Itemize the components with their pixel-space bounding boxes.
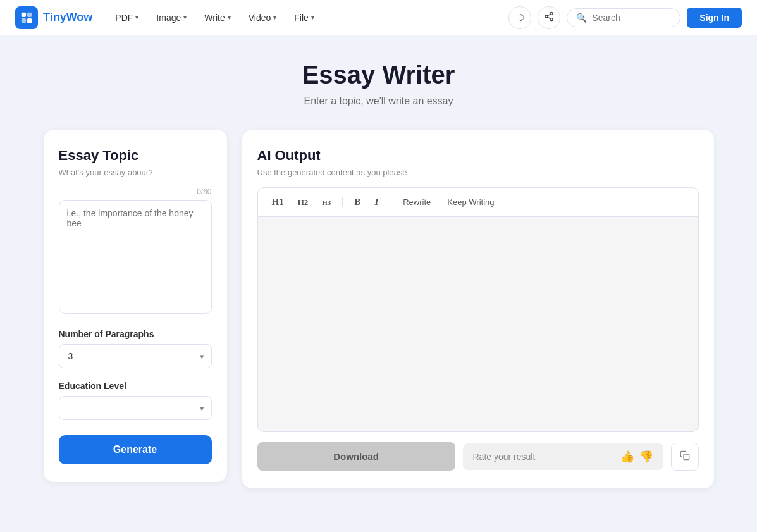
svg-rect-3 — [27, 18, 32, 22]
left-panel-subtitle: What's your essay about? — [59, 168, 212, 177]
copy-icon — [680, 450, 690, 463]
video-chevron-icon: ▾ — [273, 14, 276, 21]
bold-button[interactable]: B — [349, 194, 366, 210]
image-chevron-icon: ▾ — [183, 14, 187, 21]
nav-file[interactable]: File ▾ — [286, 9, 322, 27]
paragraphs-group: Number of Paragraphs 1 2 3 4 5 — [59, 329, 212, 368]
right-panel-subtitle: Use the generated content as you please — [257, 168, 699, 177]
paragraphs-label: Number of Paragraphs — [59, 329, 212, 339]
copy-button[interactable] — [671, 443, 699, 471]
svg-line-8 — [548, 14, 551, 16]
logo[interactable]: TinyWow — [15, 6, 92, 29]
logo-icon — [15, 6, 38, 29]
left-panel: Essay Topic What's your essay about? 0/6… — [44, 130, 227, 482]
toolbar-divider-2 — [390, 197, 390, 207]
svg-point-5 — [545, 15, 548, 18]
paragraphs-select-wrapper: 1 2 3 4 5 — [59, 344, 212, 368]
output-actions: Download Rate your result 👍 👎 — [257, 442, 699, 471]
output-area — [257, 217, 699, 432]
svg-rect-1 — [27, 12, 32, 16]
pdf-chevron-icon: ▾ — [135, 14, 138, 21]
signin-button[interactable]: Sign In — [687, 8, 742, 28]
nav-right: ☽ 🔍 Sign In — [508, 6, 742, 29]
logo-text: TinyWow — [43, 11, 92, 24]
share-icon — [544, 11, 554, 23]
rate-area: Rate your result 👍 👎 — [463, 443, 663, 470]
h2-button[interactable]: H2 — [293, 195, 314, 210]
output-toolbar: H1 H2 H3 B I Rewrite Keep Writing — [257, 187, 699, 217]
education-group: Education Level Elementary Middle School… — [59, 381, 212, 420]
main-content: Essay Writer Enter a topic, we'll write … — [31, 35, 727, 526]
download-button[interactable]: Download — [257, 442, 455, 471]
svg-line-7 — [548, 17, 551, 19]
rewrite-button[interactable]: Rewrite — [397, 195, 437, 209]
page-title: Essay Writer — [44, 61, 714, 89]
italic-button[interactable]: I — [369, 194, 383, 210]
right-panel: AI Output Use the generated content as y… — [242, 130, 714, 488]
h1-button[interactable]: H1 — [267, 194, 289, 210]
thumbs-down-icon[interactable]: 👎 — [639, 450, 653, 464]
page-header: Essay Writer Enter a topic, we'll write … — [44, 61, 714, 107]
write-chevron-icon: ▾ — [228, 14, 231, 21]
share-button[interactable] — [538, 6, 560, 29]
rate-label: Rate your result — [473, 452, 536, 462]
char-count: 0/60 — [59, 187, 212, 196]
nav-links: PDF ▾ Image ▾ Write ▾ Video ▾ File ▾ — [108, 9, 503, 27]
page-subtitle: Enter a topic, we'll write an essay — [44, 96, 714, 107]
h3-button[interactable]: H3 — [317, 196, 336, 209]
nav-write[interactable]: Write ▾ — [197, 9, 238, 27]
dark-mode-toggle[interactable]: ☽ — [508, 6, 531, 29]
education-label: Education Level — [59, 381, 212, 391]
right-panel-title: AI Output — [257, 147, 699, 164]
thumbs-up-icon[interactable]: 👍 — [620, 450, 634, 464]
keep-writing-button[interactable]: Keep Writing — [441, 195, 500, 209]
svg-rect-0 — [22, 12, 26, 16]
svg-rect-9 — [684, 454, 689, 460]
navbar: TinyWow PDF ▾ Image ▾ Write ▾ Video ▾ Fi… — [0, 0, 757, 35]
svg-rect-2 — [22, 18, 26, 22]
rate-icons: 👍 👎 — [620, 450, 653, 464]
education-select-wrapper: Elementary Middle School High School Col… — [59, 396, 212, 420]
topic-textarea[interactable] — [59, 200, 212, 314]
output-editor: H1 H2 H3 B I Rewrite Keep Writing — [257, 187, 699, 432]
svg-point-6 — [550, 18, 553, 21]
file-chevron-icon: ▾ — [311, 14, 314, 21]
search-input[interactable] — [592, 13, 668, 23]
nav-pdf[interactable]: PDF ▾ — [108, 9, 146, 27]
generate-button[interactable]: Generate — [59, 435, 212, 464]
nav-image[interactable]: Image ▾ — [149, 9, 194, 27]
paragraphs-select[interactable]: 1 2 3 4 5 — [59, 344, 212, 368]
search-bar[interactable]: 🔍 — [567, 8, 680, 27]
svg-point-4 — [550, 12, 553, 15]
toolbar-divider-1 — [342, 197, 343, 207]
left-panel-title: Essay Topic — [59, 147, 212, 164]
education-select[interactable]: Elementary Middle School High School Col… — [59, 396, 212, 420]
search-icon: 🔍 — [576, 13, 587, 23]
moon-icon: ☽ — [516, 12, 524, 23]
nav-video[interactable]: Video ▾ — [241, 9, 285, 27]
panels: Essay Topic What's your essay about? 0/6… — [44, 130, 714, 488]
